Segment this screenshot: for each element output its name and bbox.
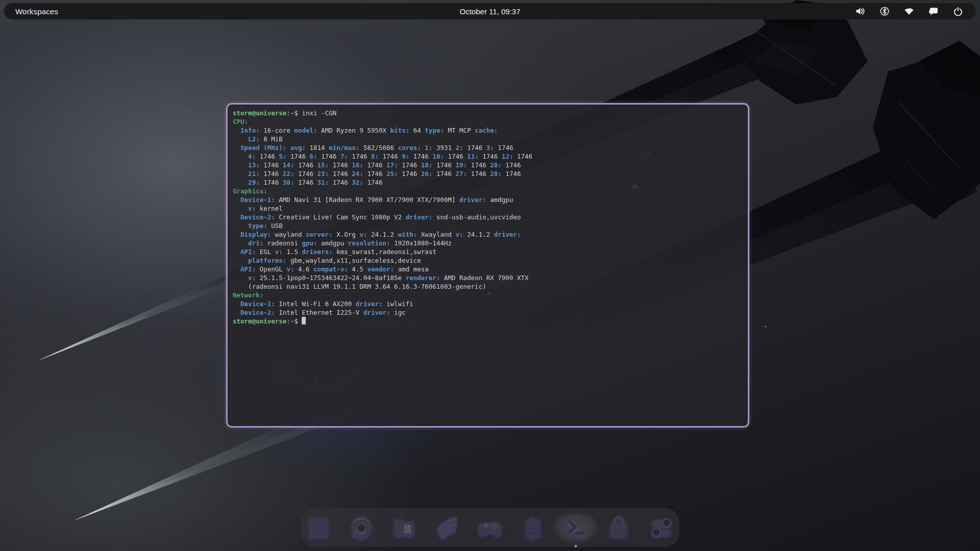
dock-item-shop[interactable] — [604, 513, 633, 542]
dock-item-layers[interactable] — [519, 513, 547, 542]
power-icon[interactable] — [953, 7, 963, 16]
bluetooth-icon[interactable] — [880, 7, 889, 16]
dock-item-music[interactable] — [433, 513, 461, 542]
layers-icon — [520, 514, 546, 541]
dock-item-app-launcher[interactable] — [304, 513, 333, 542]
wifi-icon[interactable] — [904, 7, 914, 16]
toggles-icon — [648, 514, 675, 541]
dock-item-games[interactable] — [476, 513, 504, 542]
files-icon — [391, 514, 418, 541]
volume-icon[interactable] — [855, 7, 865, 16]
browser-icon — [348, 514, 375, 541]
dock — [301, 508, 679, 547]
status-area[interactable] — [855, 7, 976, 16]
clock[interactable]: October 11, 09:37 — [460, 7, 521, 16]
top-bar: Workspaces October 11, 09:37 — [4, 3, 976, 19]
terminal-window[interactable]: storm@universe:~$ inxi -CGNCPU: Info: 16… — [226, 103, 749, 428]
gamepad-icon — [477, 514, 503, 541]
dock-item-settings[interactable] — [647, 513, 676, 542]
notifications-icon[interactable] — [929, 7, 939, 16]
terminal-output: storm@universe:~$ inxi -CGNCPU: Info: 16… — [228, 105, 748, 330]
workspaces-button[interactable]: Workspaces — [4, 7, 69, 16]
terminal-icon — [562, 514, 589, 541]
dock-item-files[interactable] — [390, 513, 419, 542]
shopping-bag-icon — [605, 514, 632, 541]
sound-waves-icon — [434, 514, 460, 541]
app-grid-icon — [305, 514, 332, 541]
dock-item-terminal[interactable] — [561, 513, 590, 542]
dock-item-browser[interactable] — [347, 513, 376, 542]
